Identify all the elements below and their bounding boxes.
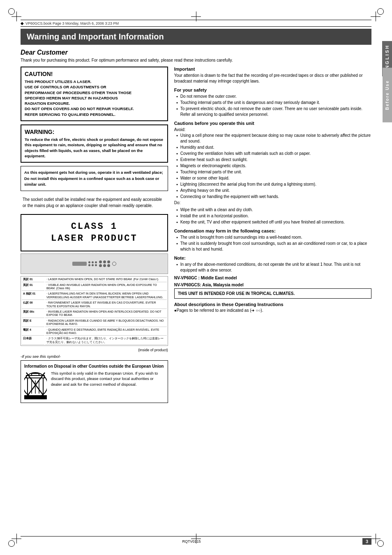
two-column-layout: CAUTION! THIS PRODUCT UTILIZES A LASER. … <box>21 67 371 405</box>
file-info-text: VP60GCS.book Page 3 Monday, March 6, 200… <box>25 21 119 25</box>
list-item: Install the unit in a horizontal positio… <box>176 213 371 219</box>
list-item: Touching internal parts of the unit. <box>176 169 371 175</box>
about-descriptions-title: About descriptions in these Operating In… <box>174 302 371 307</box>
list-item: Anything heavy on the unit. <box>176 188 371 193</box>
svg-rect-2 <box>32 373 39 375</box>
disposal-box: Information on Disposal in other Countri… <box>21 360 168 403</box>
label-key: 英訳 01 <box>22 277 44 282</box>
for-your-safety-list: Do not remove the outer cover. Touching … <box>174 94 371 117</box>
label-row: 英訳 01 · LASER RADIATION WHEN OPEN, DO NO… <box>22 277 167 282</box>
list-item: Water or some other liquid. <box>176 175 371 181</box>
label-key: 英訳 00c <box>22 310 44 318</box>
warning-text: To reduce the risk of fire, electric sho… <box>25 137 164 159</box>
device-dot <box>88 261 90 263</box>
for-your-safety-title: For your safety <box>174 88 371 92</box>
label-val: · LASER RADIATION WHEN OPEN, DO NOT STAR… <box>45 277 167 282</box>
device-dot <box>88 264 90 266</box>
dear-customer-text: Thank you for purchasing this product. F… <box>21 58 371 62</box>
note-title: Note: <box>174 256 371 260</box>
list-item: Lightning (disconnect the aerial plug fr… <box>176 182 371 187</box>
list-item: In any of the above-mentioned conditions… <box>176 262 371 273</box>
if-you-see-text: -If you see this symbol- <box>21 354 168 359</box>
model-line2: NV-VP60GCS: Asia, Malaysia model <box>174 283 371 287</box>
device-controls <box>68 260 120 267</box>
crosshair-tl <box>12 12 21 21</box>
list-item: Covering the ventilation holes with soft… <box>176 151 371 157</box>
label-key: A 独訳 01 <box>22 292 44 300</box>
device-slot <box>72 262 87 266</box>
label-val: · LASERSTRAHLUNG-NICHT IN DEN STRAHL BLI… <box>45 292 167 300</box>
main-content: Warning and Important Information Dear C… <box>21 29 371 539</box>
bottom-bar: RQTV0115 3 <box>21 536 371 545</box>
about-descriptions-text: ●Pages to be referred to are indicated a… <box>174 308 371 313</box>
label-row: 葡訳 4 · QUANDO ABERTO E DESTRAVADO, EMITE… <box>22 328 167 336</box>
list-item: Do not remove the outer cover. <box>176 94 371 99</box>
caution-title: CAUTION! <box>25 71 164 77</box>
warning-title: WARNING: <box>25 129 164 135</box>
label-row: A 独訳 01 · LASERSTRAHLUNG-NICHT IN DEN ST… <box>22 292 167 300</box>
device-dot2 <box>103 260 106 263</box>
important-text: Your attention is drawn to the fact that… <box>174 73 371 84</box>
label-val: · RADIACION LASER INVISIBLE CUANDO SE AB… <box>45 319 167 327</box>
device-image <box>21 253 168 274</box>
condensation-title: Condensation may form in the following c… <box>174 228 371 233</box>
important-title: Important <box>174 67 371 71</box>
label-val: · INVISIBLE LASER RADIATION WHEN OPEN AN… <box>45 310 167 318</box>
device-dot2 <box>107 264 110 267</box>
note-list: In any of the above-mentioned conditions… <box>174 262 371 273</box>
label-row: 西訳 E · RADIACION LASER INVISIBLE CUANDO … <box>22 319 167 327</box>
tropical-box: THIS UNIT IS INTENDED FOR USE IN TROPICA… <box>174 288 371 299</box>
device-dot <box>92 261 94 263</box>
list-item: Wipe the unit with a clean and dry cloth… <box>176 207 371 213</box>
caution-text: THIS PRODUCT UTILIZES A LASER. USE OF CO… <box>25 79 164 117</box>
caution-box: CAUTION! THIS PRODUCT UTILIZES A LASER. … <box>21 67 168 121</box>
crosshair-br <box>371 534 380 543</box>
socket-notice: The socket outlet shall be installed nea… <box>21 194 168 211</box>
before-use-tab: Before Use <box>383 68 392 122</box>
device-buttons <box>88 261 97 266</box>
page-title: Warning and Important Information <box>21 29 371 45</box>
device-dot2 <box>99 264 102 267</box>
laser-text-line2: LASER PRODUCT <box>30 233 159 245</box>
ventilation-notice: As this equipment gets hot during use, o… <box>21 166 168 191</box>
right-column: Important Your attention is drawn to the… <box>174 67 371 405</box>
list-item: Keep the unit, TV and other equipment sw… <box>176 219 371 225</box>
device-dot2 <box>107 260 110 263</box>
left-column: CAUTION! THIS PRODUCT UTILIZES A LASER. … <box>21 67 168 405</box>
disposal-title: Information on Disposal in other Countri… <box>24 364 164 368</box>
label-val: · VISIBLE AND INVISIBLE LASER RADIATION … <box>45 283 167 291</box>
label-val: · クラス3B不可視レーザ光が出ます。開けたり、インターロックを解除した時には直… <box>45 336 167 345</box>
disposal-text: This symbol is only valid in the Europea… <box>51 371 164 399</box>
label-key: 日本語 <box>22 336 44 345</box>
arrow-icon: ◆ <box>21 21 24 25</box>
list-item: Connecting or handling the equipment wit… <box>176 194 371 200</box>
label-val: · RAYONNEMENT LASER VISIBLE ET INVISIBLE… <box>45 301 167 309</box>
laser-text-line1: CLASS 1 <box>30 221 159 233</box>
label-val: · QUANDO ABERTO E DESTRAVADO, EMITE RADI… <box>45 328 167 336</box>
device-knob <box>112 262 116 266</box>
do-label: Do: <box>174 200 371 206</box>
file-info-bar: ◆ VP60GCS.book Page 3 Monday, March 6, 2… <box>21 20 371 27</box>
list-item: The unit is suddenly brought from cool s… <box>176 241 371 252</box>
laser-product-box: CLASS 1 LASER PRODUCT <box>21 214 168 251</box>
device-dot2 <box>99 260 102 263</box>
model-line1: NV-VP60GC : Middle East model <box>174 276 371 280</box>
inside-product-label: (Inside of product) <box>21 348 168 352</box>
cautions-before-title: Cautions before you operate this unit <box>174 121 371 126</box>
list-item: To prevent electric shock, do not remove… <box>176 106 371 117</box>
list-item: Touching internal parts of the unit is d… <box>176 100 371 106</box>
label-row: 英訳 00c · INVISIBLE LASER RADIATION WHEN … <box>22 310 167 318</box>
list-item: Humidity and dust. <box>176 145 371 150</box>
condensation-list: The unit is brought from cold surroundin… <box>174 235 371 252</box>
warning-box: WARNING: To reduce the risk of fire, ele… <box>21 124 168 163</box>
trash-icon <box>24 371 47 399</box>
label-row: 英訳 01 · VISIBLE AND INVISIBLE LASER RADI… <box>22 283 167 291</box>
device-dot2 <box>103 264 106 267</box>
disposal-content: This symbol is only valid in the Europea… <box>24 371 164 399</box>
label-key: 西訳 E <box>22 319 44 327</box>
svg-rect-9 <box>24 395 47 399</box>
crosshair-tr <box>371 12 380 21</box>
crosshair-bl <box>12 534 21 543</box>
list-item: The unit is brought from cold surroundin… <box>176 235 371 240</box>
list-item: Magnets or electromagnetic objects. <box>176 163 371 169</box>
